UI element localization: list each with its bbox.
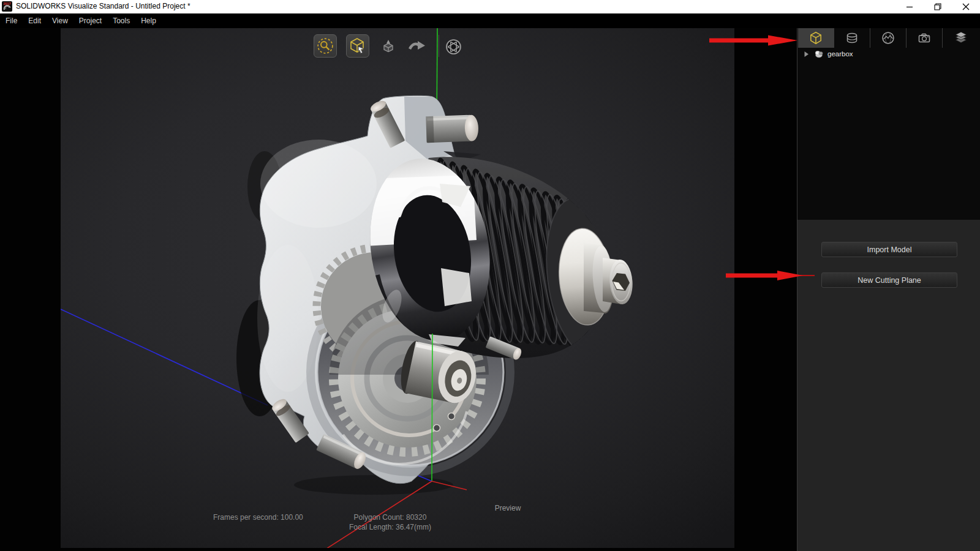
restore-icon (934, 3, 941, 10)
tree-item-label: gearbox (827, 50, 853, 58)
palette-tab-bar (797, 28, 980, 48)
preview-label: Preview (489, 504, 526, 512)
move-object-icon (349, 37, 367, 55)
render-tool[interactable] (445, 38, 462, 55)
gearbox-model (61, 28, 734, 548)
tab-models[interactable] (798, 28, 834, 48)
viewport-3d[interactable]: Frames per second: 100.00 Polygon Count:… (61, 28, 734, 548)
fps-readout: Frames per second: 100.00 (213, 513, 303, 522)
tab-cameras[interactable] (907, 28, 943, 48)
focal-length-readout: Focal Length: 36.47(mm) (329, 523, 451, 531)
pivot-tool[interactable] (380, 38, 397, 55)
axis-y-line-lower (432, 334, 432, 481)
import-model-button[interactable]: Import Model (821, 242, 957, 257)
menu-project[interactable]: Project (74, 17, 107, 25)
menu-help[interactable]: Help (135, 17, 162, 25)
tab-appearances[interactable] (834, 28, 870, 48)
camera-icon (918, 31, 931, 45)
tab-environments[interactable] (870, 28, 907, 48)
close-button[interactable] (952, 0, 980, 13)
new-cutting-plane-button[interactable]: New Cutting Plane (821, 272, 957, 288)
menu-file[interactable]: File (0, 17, 23, 25)
toolbar-divider (439, 35, 439, 57)
pivot-icon (380, 39, 396, 54)
restore-button[interactable] (924, 0, 952, 13)
orbit-icon (409, 39, 426, 54)
cube-icon (809, 31, 823, 45)
menu-view[interactable]: View (47, 17, 74, 25)
polygon-count-readout: Polygon Count: 80320 (329, 513, 451, 522)
tree-item-gearbox[interactable]: gearbox (797, 48, 980, 60)
window-title: SOLIDWORKS Visualize Standard - Untitled… (16, 2, 190, 10)
move-object-button[interactable] (346, 34, 369, 58)
zoom-select-icon (317, 37, 334, 54)
menu-edit[interactable]: Edit (23, 17, 47, 25)
minimize-button[interactable] (895, 0, 924, 13)
render-aperture-icon (445, 39, 462, 55)
menu-tools[interactable]: Tools (107, 17, 135, 25)
tab-layers[interactable] (943, 28, 979, 48)
app-logo-icon: 2017 (2, 1, 13, 12)
close-icon (962, 3, 970, 10)
cylinder-icon (845, 31, 859, 45)
pin-top-right (426, 114, 478, 143)
zoom-select-button[interactable] (314, 34, 337, 58)
globe-icon (881, 31, 895, 45)
layers-icon (954, 31, 968, 45)
orbit-tool[interactable] (409, 38, 426, 55)
model-tree (797, 48, 980, 220)
menu-bar: File Edit View Project Tools Help (0, 13, 980, 28)
part-icon (814, 49, 824, 59)
right-panel: gearbox Import Model New Cutting Plane (797, 28, 980, 551)
expand-arrow-icon[interactable] (804, 51, 809, 58)
title-bar: 2017 SOLIDWORKS Visualize Standard - Unt… (0, 0, 980, 13)
minimize-icon (906, 3, 913, 10)
